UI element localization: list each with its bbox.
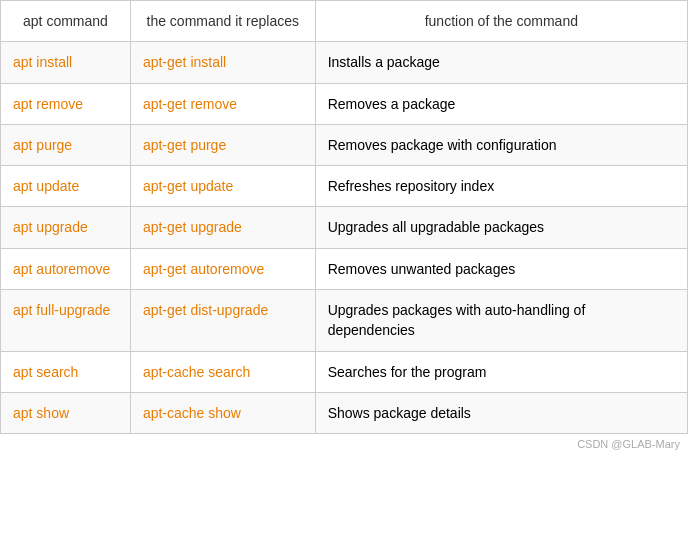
table-row: apt removeapt-get removeRemoves a packag… — [1, 83, 688, 124]
replaces-cell: apt-get remove — [130, 83, 315, 124]
watermark: CSDN @GLAB-Mary — [0, 434, 688, 454]
table-row: apt showapt-cache showShows package deta… — [1, 392, 688, 433]
function-cell: Removes package with configuration — [315, 124, 687, 165]
function-cell: Refreshes repository index — [315, 166, 687, 207]
replaces-cell: apt-get install — [130, 42, 315, 83]
apt-command-cell: apt show — [1, 392, 131, 433]
apt-commands-table: apt command the command it replaces func… — [0, 0, 688, 434]
replaces-cell: apt-get update — [130, 166, 315, 207]
apt-command-cell: apt update — [1, 166, 131, 207]
function-cell: Upgrades packages with auto-handling of … — [315, 290, 687, 352]
apt-command-cell: apt purge — [1, 124, 131, 165]
table-row: apt upgradeapt-get upgradeUpgrades all u… — [1, 207, 688, 248]
apt-command-cell: apt install — [1, 42, 131, 83]
apt-command-cell: apt upgrade — [1, 207, 131, 248]
function-cell: Removes a package — [315, 83, 687, 124]
header-apt-command: apt command — [1, 1, 131, 42]
function-cell: Installs a package — [315, 42, 687, 83]
table-row: apt full-upgradeapt-get dist-upgradeUpgr… — [1, 290, 688, 352]
replaces-cell: apt-get upgrade — [130, 207, 315, 248]
table-header-row: apt command the command it replaces func… — [1, 1, 688, 42]
apt-command-cell: apt full-upgrade — [1, 290, 131, 352]
apt-command-cell: apt autoremove — [1, 248, 131, 289]
replaces-cell: apt-cache show — [130, 392, 315, 433]
apt-command-cell: apt remove — [1, 83, 131, 124]
table-row: apt installapt-get installInstalls a pac… — [1, 42, 688, 83]
function-cell: Searches for the program — [315, 351, 687, 392]
replaces-cell: apt-cache search — [130, 351, 315, 392]
table-row: apt updateapt-get updateRefreshes reposi… — [1, 166, 688, 207]
table-row: apt searchapt-cache searchSearches for t… — [1, 351, 688, 392]
apt-command-cell: apt search — [1, 351, 131, 392]
function-cell: Removes unwanted packages — [315, 248, 687, 289]
replaces-cell: apt-get dist-upgrade — [130, 290, 315, 352]
table-row: apt purgeapt-get purgeRemoves package wi… — [1, 124, 688, 165]
header-function: function of the command — [315, 1, 687, 42]
function-cell: Upgrades all upgradable packages — [315, 207, 687, 248]
function-cell: Shows package details — [315, 392, 687, 433]
header-replaces: the command it replaces — [130, 1, 315, 42]
replaces-cell: apt-get purge — [130, 124, 315, 165]
table-row: apt autoremoveapt-get autoremoveRemoves … — [1, 248, 688, 289]
replaces-cell: apt-get autoremove — [130, 248, 315, 289]
